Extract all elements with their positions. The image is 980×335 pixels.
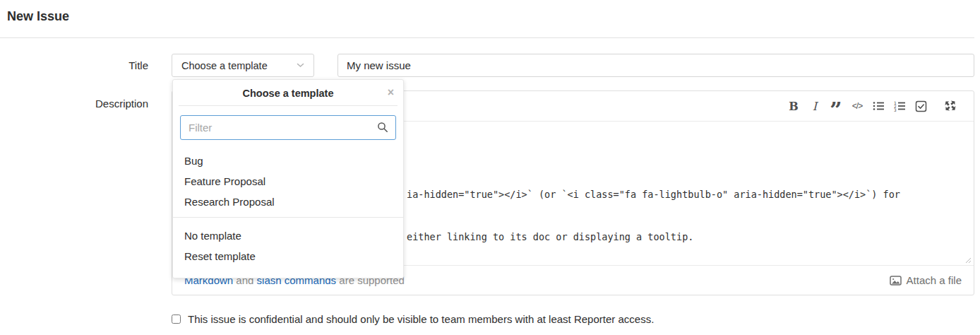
fullscreen-icon[interactable]: [940, 98, 961, 114]
template-filter: [180, 115, 396, 140]
code-icon[interactable]: </>: [847, 98, 868, 114]
close-icon[interactable]: ×: [388, 87, 394, 98]
template-dropdown: Choose a template × Bug Feature Proposal…: [172, 79, 404, 278]
dropdown-header-divider: [179, 105, 398, 106]
template-dropdown-header: Choose a template ×: [173, 80, 403, 105]
template-list: Bug Feature Proposal Research Proposal: [173, 147, 403, 214]
template-item-reset-template[interactable]: Reset template: [173, 246, 403, 266]
template-item-research-proposal[interactable]: Research Proposal: [173, 192, 403, 212]
dropdown-divider: [173, 217, 403, 218]
template-filter-input[interactable]: [180, 115, 396, 140]
header-divider: [0, 37, 974, 38]
page-title: New Issue: [7, 9, 69, 24]
description-text: ia-hidden="true"></i>` (or `<i class="fa…: [407, 159, 900, 335]
bulleted-list-icon[interactable]: [868, 98, 889, 114]
quote-icon[interactable]: ”: [825, 98, 847, 114]
title-label: Title: [7, 59, 148, 71]
numbered-list-icon[interactable]: 1 2 3: [889, 98, 910, 114]
template-item-bug[interactable]: Bug: [173, 151, 403, 171]
confidential-label: This issue is confidential and should on…: [188, 313, 654, 325]
textarea-resize-handle[interactable]: [964, 257, 972, 264]
description-label: Description: [7, 98, 148, 110]
new-issue-page: New Issue Title Description Choose a tem…: [0, 0, 980, 335]
attach-file-label: Attach a file: [907, 274, 962, 286]
confidential-checkbox[interactable]: [172, 315, 181, 324]
template-actions-list: No template Reset template: [173, 222, 403, 274]
chevron-down-icon: [297, 63, 304, 68]
description-line: ia-hidden="true"></i>` (or `<i class="fa…: [407, 187, 900, 201]
choose-template-button-label: Choose a template: [181, 60, 268, 71]
description-line: [407, 272, 900, 286]
confidential-row: This issue is confidential and should on…: [172, 313, 654, 325]
task-list-icon[interactable]: [910, 98, 931, 114]
svg-text:3: 3: [894, 107, 897, 112]
issue-title-input[interactable]: [337, 54, 974, 77]
template-dropdown-title: Choose a template: [243, 88, 334, 99]
italic-icon[interactable]: I: [804, 98, 825, 114]
search-icon: [377, 122, 388, 133]
template-item-feature-proposal[interactable]: Feature Proposal: [173, 171, 403, 192]
bold-icon[interactable]: B: [783, 98, 804, 114]
description-line: either linking to its doc or displaying …: [407, 230, 900, 244]
template-item-no-template[interactable]: No template: [173, 225, 403, 246]
choose-template-button[interactable]: Choose a template: [172, 54, 314, 77]
